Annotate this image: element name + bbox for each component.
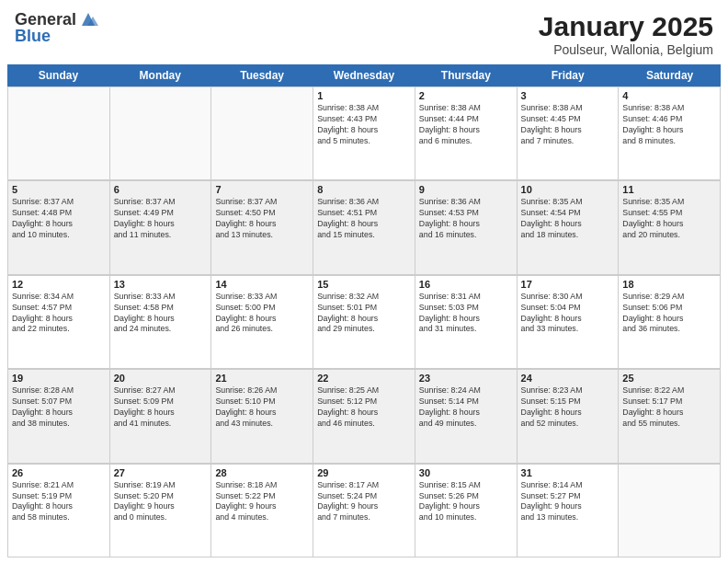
day-info: Sunrise: 8:22 AM Sunset: 5:17 PM Dayligh… (622, 385, 716, 430)
calendar-cell: 21Sunrise: 8:26 AM Sunset: 5:10 PM Dayli… (211, 370, 313, 463)
calendar: SundayMondayTuesdayWednesdayThursdayFrid… (7, 64, 721, 557)
day-info: Sunrise: 8:33 AM Sunset: 5:00 PM Dayligh… (215, 292, 309, 336)
calendar-cell: 15Sunrise: 8:32 AM Sunset: 5:01 PM Dayli… (313, 276, 415, 369)
calendar-cell: 27Sunrise: 8:19 AM Sunset: 5:20 PM Dayli… (110, 465, 212, 557)
day-number: 24 (521, 373, 615, 384)
calendar-cell: 16Sunrise: 8:31 AM Sunset: 5:03 PM Dayli… (415, 276, 518, 369)
calendar-week-row: 1Sunrise: 8:38 AM Sunset: 4:43 PM Daylig… (7, 86, 721, 180)
day-info: Sunrise: 8:38 AM Sunset: 4:45 PM Dayligh… (521, 103, 615, 147)
day-number: 8 (317, 184, 411, 195)
day-info: Sunrise: 8:37 AM Sunset: 4:49 PM Dayligh… (114, 197, 208, 241)
day-number: 30 (419, 467, 513, 478)
day-number: 5 (12, 184, 106, 195)
calendar-header-cell: Friday (517, 64, 619, 86)
calendar-header-cell: Saturday (619, 64, 721, 86)
day-number: 9 (419, 184, 513, 195)
calendar-week-row: 12Sunrise: 8:34 AM Sunset: 4:57 PM Dayli… (7, 275, 721, 369)
day-number: 6 (114, 184, 208, 195)
day-info: Sunrise: 8:28 AM Sunset: 5:07 PM Dayligh… (12, 385, 106, 430)
day-info: Sunrise: 8:38 AM Sunset: 4:44 PM Dayligh… (419, 103, 513, 147)
calendar-cell: 31Sunrise: 8:14 AM Sunset: 5:27 PM Dayli… (518, 465, 620, 557)
calendar-week-row: 26Sunrise: 8:21 AM Sunset: 5:19 PM Dayli… (7, 464, 721, 557)
day-info: Sunrise: 8:25 AM Sunset: 5:12 PM Dayligh… (317, 385, 411, 430)
calendar-cell: 19Sunrise: 8:28 AM Sunset: 5:07 PM Dayli… (8, 370, 110, 463)
calendar-cell: 10Sunrise: 8:35 AM Sunset: 4:54 PM Dayli… (518, 181, 620, 274)
day-number: 18 (622, 279, 716, 290)
calendar-header: SundayMondayTuesdayWednesdayThursdayFrid… (7, 64, 721, 86)
day-info: Sunrise: 8:32 AM Sunset: 5:01 PM Dayligh… (317, 292, 411, 336)
calendar-cell: 7Sunrise: 8:37 AM Sunset: 4:50 PM Daylig… (211, 181, 313, 274)
calendar-cell: 22Sunrise: 8:25 AM Sunset: 5:12 PM Dayli… (313, 370, 415, 463)
logo: General Blue (15, 11, 98, 46)
day-info: Sunrise: 8:23 AM Sunset: 5:15 PM Dayligh… (521, 385, 615, 430)
day-info: Sunrise: 8:31 AM Sunset: 5:03 PM Dayligh… (419, 292, 513, 336)
calendar-cell: 6Sunrise: 8:37 AM Sunset: 4:49 PM Daylig… (110, 181, 212, 274)
calendar-cell: 2Sunrise: 8:38 AM Sunset: 4:44 PM Daylig… (415, 87, 518, 180)
day-info: Sunrise: 8:33 AM Sunset: 4:58 PM Dayligh… (114, 292, 208, 336)
day-number: 23 (419, 373, 513, 384)
calendar-cell: 11Sunrise: 8:35 AM Sunset: 4:55 PM Dayli… (619, 181, 721, 274)
location: Poulseur, Wallonia, Belgium (539, 42, 713, 57)
calendar-cell: 13Sunrise: 8:33 AM Sunset: 4:58 PM Dayli… (110, 276, 212, 369)
month-title: January 2025 (539, 11, 713, 42)
logo-text: General Blue (15, 11, 98, 46)
day-info: Sunrise: 8:17 AM Sunset: 5:24 PM Dayligh… (317, 480, 411, 524)
calendar-cell: 3Sunrise: 8:38 AM Sunset: 4:45 PM Daylig… (518, 87, 620, 180)
day-number: 27 (114, 467, 208, 478)
calendar-cell: 20Sunrise: 8:27 AM Sunset: 5:09 PM Dayli… (110, 370, 212, 463)
day-info: Sunrise: 8:35 AM Sunset: 4:54 PM Dayligh… (521, 197, 615, 241)
calendar-cell: 25Sunrise: 8:22 AM Sunset: 5:17 PM Dayli… (619, 370, 721, 463)
day-number: 4 (622, 90, 716, 101)
calendar-cell: 28Sunrise: 8:18 AM Sunset: 5:22 PM Dayli… (211, 465, 313, 557)
calendar-header-cell: Thursday (415, 64, 517, 86)
day-number: 29 (317, 467, 411, 478)
header: General Blue January 2025 Poulseur, Wall… (0, 0, 728, 64)
day-number: 21 (215, 373, 309, 384)
day-number: 31 (521, 467, 615, 478)
calendar-cell: 12Sunrise: 8:34 AM Sunset: 4:57 PM Dayli… (8, 276, 110, 369)
page: General Blue January 2025 Poulseur, Wall… (0, 0, 728, 563)
day-info: Sunrise: 8:27 AM Sunset: 5:09 PM Dayligh… (114, 385, 208, 430)
day-number: 13 (114, 279, 208, 290)
day-info: Sunrise: 8:38 AM Sunset: 4:43 PM Dayligh… (317, 103, 411, 147)
day-info: Sunrise: 8:37 AM Sunset: 4:48 PM Dayligh… (12, 197, 106, 241)
day-info: Sunrise: 8:14 AM Sunset: 5:27 PM Dayligh… (521, 480, 615, 524)
day-info: Sunrise: 8:34 AM Sunset: 4:57 PM Dayligh… (12, 292, 106, 336)
calendar-cell: 5Sunrise: 8:37 AM Sunset: 4:48 PM Daylig… (8, 181, 110, 274)
calendar-week-row: 5Sunrise: 8:37 AM Sunset: 4:48 PM Daylig… (7, 180, 721, 274)
calendar-cell: 17Sunrise: 8:30 AM Sunset: 5:04 PM Dayli… (518, 276, 620, 369)
day-info: Sunrise: 8:26 AM Sunset: 5:10 PM Dayligh… (215, 385, 309, 430)
day-info: Sunrise: 8:15 AM Sunset: 5:26 PM Dayligh… (419, 480, 513, 524)
calendar-cell: 26Sunrise: 8:21 AM Sunset: 5:19 PM Dayli… (8, 465, 110, 557)
day-number: 26 (12, 467, 106, 478)
day-info: Sunrise: 8:24 AM Sunset: 5:14 PM Dayligh… (419, 385, 513, 430)
calendar-cell: 23Sunrise: 8:24 AM Sunset: 5:14 PM Dayli… (415, 370, 518, 463)
calendar-cell: 9Sunrise: 8:36 AM Sunset: 4:53 PM Daylig… (415, 181, 518, 274)
day-number: 12 (12, 279, 106, 290)
calendar-header-cell: Wednesday (313, 64, 415, 86)
calendar-week-row: 19Sunrise: 8:28 AM Sunset: 5:07 PM Dayli… (7, 369, 721, 463)
day-number: 2 (419, 90, 513, 101)
calendar-cell: 18Sunrise: 8:29 AM Sunset: 5:06 PM Dayli… (619, 276, 721, 369)
calendar-cell: 4Sunrise: 8:38 AM Sunset: 4:46 PM Daylig… (619, 87, 721, 180)
calendar-body: 1Sunrise: 8:38 AM Sunset: 4:43 PM Daylig… (7, 86, 721, 557)
day-info: Sunrise: 8:29 AM Sunset: 5:06 PM Dayligh… (622, 292, 716, 336)
calendar-cell: 8Sunrise: 8:36 AM Sunset: 4:51 PM Daylig… (313, 181, 415, 274)
day-info: Sunrise: 8:36 AM Sunset: 4:51 PM Dayligh… (317, 197, 411, 241)
day-number: 16 (419, 279, 513, 290)
day-number: 15 (317, 279, 411, 290)
day-number: 1 (317, 90, 411, 101)
day-info: Sunrise: 8:37 AM Sunset: 4:50 PM Dayligh… (215, 197, 309, 241)
day-info: Sunrise: 8:18 AM Sunset: 5:22 PM Dayligh… (215, 480, 309, 524)
day-number: 17 (521, 279, 615, 290)
day-number: 25 (622, 373, 716, 384)
day-number: 14 (215, 279, 309, 290)
calendar-header-cell: Monday (109, 64, 211, 86)
day-info: Sunrise: 8:30 AM Sunset: 5:04 PM Dayligh… (521, 292, 615, 336)
calendar-cell (211, 87, 313, 180)
calendar-cell: 29Sunrise: 8:17 AM Sunset: 5:24 PM Dayli… (313, 465, 415, 557)
day-number: 22 (317, 373, 411, 384)
day-number: 28 (215, 467, 309, 478)
calendar-cell: 30Sunrise: 8:15 AM Sunset: 5:26 PM Dayli… (415, 465, 518, 557)
calendar-cell: 1Sunrise: 8:38 AM Sunset: 4:43 PM Daylig… (313, 87, 415, 180)
